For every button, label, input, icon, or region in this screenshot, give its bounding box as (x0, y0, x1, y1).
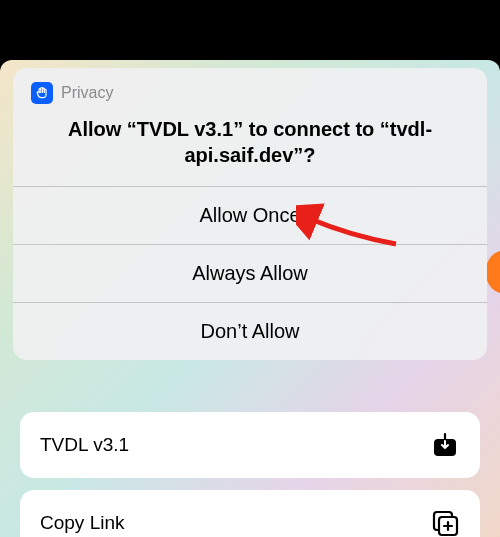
tvdl-action-row[interactable]: TVDL v3.1 (20, 412, 480, 478)
permission-dialog: Privacy Allow “TVDL v3.1” to connect to … (13, 68, 487, 360)
dont-allow-button[interactable]: Don’t Allow (13, 303, 487, 360)
copy-link-action-row[interactable]: Copy Link (20, 490, 480, 537)
allow-once-button[interactable]: Allow Once (13, 187, 487, 245)
privacy-label: Privacy (61, 84, 113, 102)
tvdl-action-label: TVDL v3.1 (40, 434, 129, 456)
always-allow-button[interactable]: Always Allow (13, 245, 487, 303)
dialog-message: Allow “TVDL v3.1” to connect to “tvdl-ap… (13, 104, 487, 187)
download-box-icon (430, 430, 460, 460)
copy-plus-icon (430, 508, 460, 537)
copy-link-action-label: Copy Link (40, 512, 125, 534)
dialog-header: Privacy (13, 68, 487, 104)
privacy-hand-icon (31, 82, 53, 104)
